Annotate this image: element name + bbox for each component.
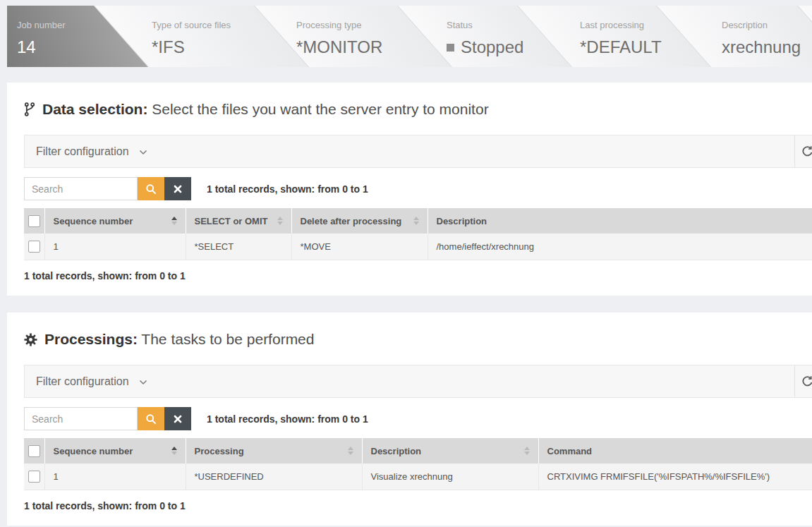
search-icon [145,183,157,195]
records-summary: 1 total records, shown: from 0 to 1 [207,413,368,425]
segment-label: Processing type [296,20,430,30]
segment-label: Description [722,20,812,30]
segment-status[interactable]: Status Stopped [447,6,581,67]
segment-last-processing[interactable]: Last processing *DEFAULT [580,6,714,67]
refresh-button[interactable] [794,135,812,167]
segment-label: Type of source files [152,20,286,30]
col-header-command[interactable]: Command [538,438,812,464]
cell-command: CRTXIVIMG FRMIFSFILE('%IFSPATH%/%IFSFILE… [538,464,812,490]
filter-configuration-toggle[interactable]: Filter configuration [36,375,129,388]
select-all-checkbox[interactable] [28,215,40,227]
table-row[interactable]: 1 *USERDEFINED Visualize xrechnung CRTXI… [24,464,812,490]
job-steps-bar: Job number 14 Type of source files *IFS … [7,6,812,67]
cell-description: /home/ieffect/xrechnung [428,234,812,260]
search-row: 1 total records, shown: from 0 to 1 [24,407,812,430]
filter-configuration-bar: Filter configuration [24,365,812,398]
gear-icon [24,333,37,350]
segment-value: xrechnung [722,37,812,57]
processings-table-header-row: Sequence number Processing Description C… [24,438,812,464]
section-title: Data selection: Select the files you wan… [24,101,812,120]
close-icon [174,415,182,423]
section-subtitle: Select the files you want the server ent… [152,101,488,117]
segment-value: *DEFAULT [580,37,714,57]
sort-both-icon [348,447,353,455]
cell-sequence-number: 1 [44,234,186,260]
clear-search-button[interactable] [164,407,191,430]
refresh-icon [801,375,812,387]
segment-value: *MONITOR [296,37,430,57]
close-icon [174,185,182,193]
col-header-sequence-number[interactable]: Sequence number [44,208,186,234]
records-summary-bottom: 1 total records, shown: from 0 to 1 [24,270,812,281]
data-selection-section: Data selection: Select the files you wan… [7,83,812,296]
select-all-cell [24,438,44,464]
filter-configuration-toggle[interactable]: Filter configuration [36,145,129,158]
search-icon [145,413,157,425]
col-header-description[interactable]: Description [428,208,812,234]
row-select-cell [24,464,44,490]
sort-both-icon [413,217,419,225]
table-row[interactable]: 1 *SELECT *MOVE /home/ieffect/xrechnung [24,234,812,260]
chevron-down-icon[interactable] [139,375,147,388]
cell-description: Visualize xrechnung [362,464,538,490]
filter-configuration-bar: Filter configuration [24,135,812,168]
row-checkbox[interactable] [28,471,40,483]
sort-both-icon [277,217,283,225]
search-input[interactable] [24,177,138,200]
segment-job-number[interactable]: Job number 14 [17,6,151,67]
section-title: Processings: The tasks to be performed [24,331,812,350]
col-header-sequence-number[interactable]: Sequence number [44,438,186,464]
sort-asc-icon [171,217,177,225]
section-subtitle: The tasks to be performed [141,331,314,347]
row-select-cell [24,234,44,260]
records-summary: 1 total records, shown: from 0 to 1 [207,183,368,195]
search-button[interactable] [138,177,164,200]
col-header-processing[interactable]: Processing [186,438,362,464]
records-summary-bottom: 1 total records, shown: from 0 to 1 [24,500,812,511]
col-header-description[interactable]: Description [362,438,538,464]
refresh-icon [801,145,812,157]
sort-both-icon [524,447,530,455]
cell-sequence-number: 1 [44,464,186,490]
processings-section: Processings: The tasks to be performed F… [7,313,812,526]
col-header-select-or-omit[interactable]: SELECT or OMIT [186,208,291,234]
section-title-strong: Processings: [44,331,138,347]
chevron-down-icon[interactable] [139,145,147,158]
cell-select-or-omit: *SELECT [186,234,291,260]
segment-value: *IFS [152,37,286,57]
segment-value: 14 [17,37,151,57]
stopped-status-icon [447,44,454,52]
refresh-button[interactable] [794,365,812,397]
search-row: 1 total records, shown: from 0 to 1 [24,177,812,200]
code-fork-icon [24,102,35,120]
select-all-cell [24,208,44,234]
clear-search-button[interactable] [164,177,191,200]
segment-label: Job number [17,20,151,30]
segment-source-files[interactable]: Type of source files *IFS [152,6,286,67]
segment-value: Stopped [447,37,581,57]
select-all-checkbox[interactable] [28,445,40,457]
cell-delete-after-processing: *MOVE [291,234,428,260]
col-header-delete-after-processing[interactable]: Delete after processing [291,208,428,234]
segment-label: Status [447,20,581,30]
segment-processing-type[interactable]: Processing type *MONITOR [296,6,430,67]
selection-table-header-row: Sequence number SELECT or OMIT Delete af… [24,208,812,234]
segment-description[interactable]: Description xrechnung [722,6,812,67]
segment-label: Last processing [580,20,714,30]
sort-asc-icon [171,447,177,455]
cell-processing: *USERDEFINED [186,464,362,490]
section-title-strong: Data selection: [42,101,147,117]
search-button[interactable] [138,407,164,430]
selection-table: Sequence number SELECT or OMIT Delete af… [24,208,812,260]
processings-table: Sequence number Processing Description C… [24,438,812,490]
row-checkbox[interactable] [28,241,40,253]
search-input[interactable] [24,407,138,430]
